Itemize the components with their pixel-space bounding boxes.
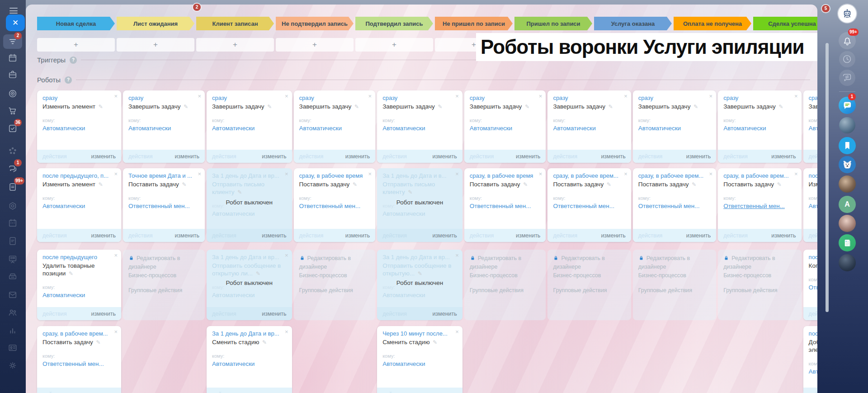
robot-card[interactable]: × после предыдущего, п... Изменить элеме… (37, 168, 121, 242)
card-actions-button[interactable]: действия (723, 232, 748, 239)
close-icon[interactable]: × (794, 171, 798, 177)
robot-trigger-link[interactable]: Точное время Дата и ... (128, 172, 199, 179)
sidebar-item-people[interactable] (8, 308, 18, 317)
card-edit-button[interactable]: изменить (771, 153, 796, 160)
robot-card[interactable]: × Точное время Дата и ... Поставить зада… (123, 168, 205, 242)
robot-assignee-link[interactable]: Автоматически (42, 292, 116, 298)
edit-pencil-icon[interactable]: ✎ (692, 181, 696, 188)
robot-trigger-link[interactable]: сразу, в рабочее время (299, 172, 370, 179)
edit-pencil-icon[interactable]: ✎ (237, 189, 242, 195)
close-icon[interactable]: × (539, 93, 542, 99)
help-icon[interactable]: ? (70, 57, 77, 64)
robot-trigger-link[interactable]: сразу (723, 95, 796, 101)
card-actions-button[interactable]: действия (638, 232, 663, 239)
close-icon[interactable]: × (455, 171, 459, 177)
close-icon[interactable]: × (198, 171, 201, 177)
robot-card[interactable]: × Через 10 минут после... Сменить стадию… (377, 326, 462, 393)
edit-pencil-icon[interactable]: ✎ (184, 104, 188, 110)
robot-assignee-link[interactable]: Автоматически (638, 125, 711, 132)
card-edit-button[interactable]: изменить (771, 232, 796, 239)
edit-pencil-icon[interactable]: ✎ (609, 104, 613, 110)
robot-assignee-link[interactable]: Автоматически (212, 210, 287, 217)
close-icon[interactable]: × (114, 93, 118, 99)
robot-trigger-link[interactable]: сразу (128, 95, 199, 101)
robot-trigger-link[interactable]: сразу, в рабочее время (470, 172, 541, 179)
close-icon[interactable]: × (455, 252, 459, 258)
chat-sync-icon[interactable] (839, 70, 855, 86)
card-actions-button[interactable]: действия (382, 153, 407, 160)
robot-trigger-link[interactable]: сразу (42, 95, 116, 101)
card-actions-button[interactable]: действия (382, 391, 407, 393)
robot-card[interactable]: × сразу Завершить задачу ✎ кому: Автомат… (633, 90, 716, 163)
card-actions-button[interactable]: действия (638, 153, 663, 160)
history-icon[interactable] (839, 51, 855, 67)
close-icon[interactable]: × (455, 93, 459, 99)
robot-assignee-link[interactable]: Автоматически (299, 125, 370, 132)
edit-pencil-icon[interactable]: ✎ (607, 181, 611, 188)
edit-pencil-icon[interactable]: ✎ (353, 181, 357, 188)
robot-trigger-link[interactable]: Через 10 минут после... (382, 330, 457, 337)
close-icon[interactable]: × (794, 93, 798, 99)
business-process-card[interactable]: Редактировать в дизайнере Бизнес-процесс… (633, 250, 716, 320)
robot-assignee-link[interactable]: Автоматически (809, 368, 817, 375)
card-edit-button[interactable]: изменить (516, 232, 540, 239)
card-edit-button[interactable]: изменить (175, 153, 199, 160)
stage-6[interactable]: Не пришел по записи (435, 17, 513, 30)
robot-trigger-link[interactable]: после предыдуще (809, 254, 817, 260)
doc-green-icon[interactable] (839, 234, 856, 251)
robot-assignee-link[interactable]: Автоматически (382, 125, 457, 132)
help-icon[interactable]: ? (65, 76, 72, 84)
robot-card[interactable]: × сразу, в рабочее врем... Поставить зад… (37, 326, 121, 393)
business-process-card[interactable]: Редактировать в дизайнере Бизнес-процесс… (294, 250, 376, 320)
sidebar-item-cart[interactable] (8, 106, 18, 116)
add-robot-button[interactable]: + (355, 38, 433, 52)
robot-card[interactable]: × сразу Завершить задачу ✎ кому: Автомат… (377, 90, 462, 163)
edit-pencil-icon[interactable]: ✎ (408, 189, 412, 195)
avatar-photo-1[interactable] (839, 117, 855, 133)
robot-card[interactable]: × сразу, в рабочее врем... Поставить зад… (718, 168, 801, 242)
robot-avatar[interactable] (838, 5, 856, 23)
card-edit-button[interactable]: изменить (91, 232, 116, 239)
robot-assignee-link[interactable]: Автоматически (809, 125, 817, 132)
robot-card[interactable]: × сразу Завершить задачу ✎ кому: Автомат… (718, 90, 801, 163)
robot-card-disabled[interactable]: × За 1 день до Дата и в... Отправить пис… (377, 168, 462, 242)
robot-assignee-link[interactable]: Автоматически (723, 125, 796, 132)
stage-4[interactable]: Не подтвердил запись (276, 17, 354, 30)
card-actions-button[interactable]: действия (382, 311, 407, 317)
robot-trigger-link[interactable]: За 1 день до Дата и вр... (382, 254, 457, 260)
robot-assignee-link[interactable]: Ответственный мен... (470, 203, 541, 209)
robot-card-disabled[interactable]: × За 1 день до Дата и вр... Отправить со… (377, 250, 462, 320)
add-robot-button[interactable]: + (196, 38, 274, 52)
add-robot-button[interactable]: + (37, 38, 115, 52)
card-edit-button[interactable]: изменить (686, 153, 711, 160)
card-actions-button[interactable]: действия (470, 153, 494, 160)
robot-card[interactable]: × сразу, в рабочее врем... Поставить зад… (547, 168, 631, 242)
robot-trigger-link[interactable]: сразу, в рабочее врем... (42, 330, 116, 337)
sidebar-item-network[interactable] (8, 146, 18, 156)
robot-card[interactable]: × после предыдуще Изменить элемент ✎ ком… (803, 168, 817, 242)
card-actions-button[interactable]: действия (553, 232, 577, 239)
card-actions-button[interactable]: действия (809, 153, 817, 160)
robot-assignee-link[interactable]: Автоматически (212, 360, 287, 367)
avatar-photo-4[interactable] (839, 254, 856, 271)
edit-pencil-icon[interactable]: ✎ (267, 104, 272, 110)
card-edit-button[interactable]: изменить (175, 232, 199, 239)
robot-card-disabled[interactable]: × За 1 день до Дата и вр... Отправить со… (207, 250, 292, 320)
robot-trigger-link[interactable]: сразу (382, 95, 457, 101)
robot-card[interactable]: × За 1 день до Дата и вр... Сменить стад… (207, 326, 292, 393)
avatar-photo-2[interactable] (839, 175, 856, 193)
edit-pencil-icon[interactable]: ✎ (693, 104, 698, 110)
robot-card[interactable]: × сразу Завершить задачу ✎ кому: Автомат… (464, 90, 546, 163)
robot-assignee-link[interactable]: Ответственный мен... (553, 203, 625, 209)
robot-card[interactable]: × сразу Изменить элемент ✎ кому: Автомат… (37, 90, 121, 163)
robot-assignee-link[interactable]: Автоматически (128, 125, 199, 132)
business-process-card[interactable]: Редактировать в дизайнере Бизнес-процесс… (547, 250, 631, 320)
close-icon[interactable]: × (198, 93, 201, 99)
close-icon[interactable]: × (285, 329, 288, 335)
robot-trigger-link[interactable]: сразу, в рабочее врем... (723, 172, 796, 179)
robot-trigger-link[interactable]: сразу (299, 95, 370, 101)
card-actions-button[interactable]: действия (299, 232, 324, 239)
robot-card[interactable]: × сразу Завершить задачу ✎ кому: Автомат… (547, 90, 631, 163)
card-actions-button[interactable]: действия (809, 232, 817, 239)
stage-10[interactable]: Сделка успешна (753, 17, 817, 30)
